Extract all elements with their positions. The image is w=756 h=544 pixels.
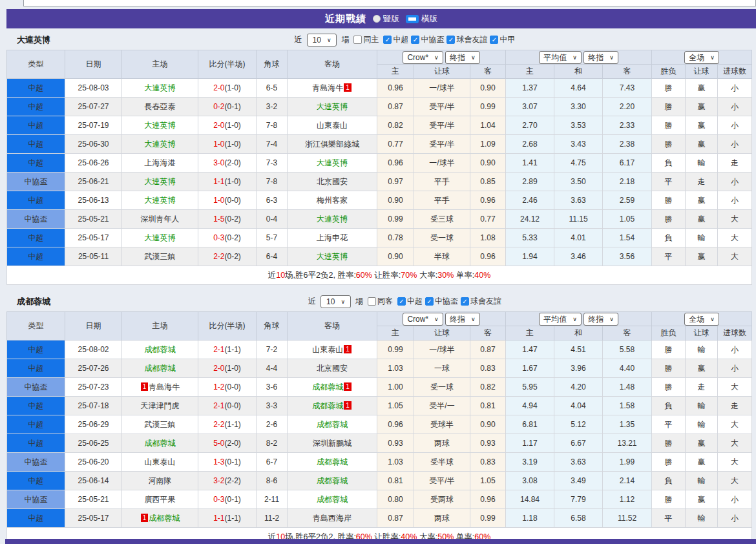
away-team-cell: 大連英博 <box>288 154 377 173</box>
date-cell: 25-08-03 <box>65 79 122 98</box>
result-winlose: 負 <box>652 229 686 247</box>
corner-cell: 6-4 <box>257 247 288 266</box>
handicap-line: 受平/半 <box>414 472 470 490</box>
date-cell: 25-07-23 <box>65 378 122 397</box>
league-checkbox[interactable]: 中超 <box>397 296 423 307</box>
fulltime-score: 2-0 <box>213 364 224 373</box>
corner-cell: 7-3 <box>257 154 288 173</box>
handicap-away-odds: 0.83 <box>470 453 506 472</box>
score-cell: 5-0(2-0) <box>198 434 257 453</box>
handicap-home-odds: 1.03 <box>377 453 414 472</box>
checkbox-icon <box>383 36 392 44</box>
titlebar: 近期戰績 豎版 橫版 <box>6 9 756 28</box>
result-scope-value: 全场 <box>689 52 704 63</box>
avg-home-odds: 5.33 <box>506 229 554 247</box>
top-partial-input[interactable] <box>23 0 756 6</box>
avg-away-odds: 2.59 <box>603 191 652 210</box>
avg-draw-odds: 3.46 <box>554 247 603 266</box>
score-cell: 0-3(0-2) <box>198 229 257 247</box>
handicap-away-odds: 1.05 <box>470 472 506 490</box>
league-cell: 中超 <box>7 116 65 135</box>
handicap-home-odds: 0.90 <box>377 191 414 210</box>
col-result-winlose: 胜负 <box>652 326 686 340</box>
col-europe-away: 客 <box>603 65 652 79</box>
venue-checkbox[interactable]: 同客 <box>368 296 393 307</box>
avg-away-odds: 2.33 <box>603 116 652 135</box>
league-checkbox[interactable]: 中甲 <box>490 34 515 45</box>
result-winlose: 平 <box>652 415 686 434</box>
col-score: 比分(半场) <box>198 50 257 79</box>
avg-home-odds: 2.89 <box>506 173 554 191</box>
home-team-cell: 廣西平果 <box>122 490 198 509</box>
handicap-stage-select[interactable]: 终指∨ <box>445 313 480 326</box>
result-scope-select[interactable]: 全场∨ <box>684 51 719 64</box>
date-cell: 25-07-26 <box>65 359 122 378</box>
league-checkbox[interactable]: 中協盃 <box>411 34 444 45</box>
avg-draw-odds: 6.58 <box>554 509 603 528</box>
view-option-horizontal[interactable]: 橫版 <box>406 14 437 25</box>
handicap-home-odds: 1.00 <box>377 378 414 397</box>
view-option-vertical[interactable]: 豎版 <box>373 14 399 25</box>
home-team-cell: 大連英博 <box>122 173 198 191</box>
record-table: 类型 日期 主场 比分(半场) 角球 客场 Crow*∨ 终指∨ 平均值∨ 终指… <box>6 311 752 544</box>
avg-draw-odds: 4.64 <box>554 79 603 98</box>
handicap-home-odds: 0.96 <box>377 154 414 173</box>
date-cell: 25-06-25 <box>65 434 122 453</box>
chevron-down-icon: ∨ <box>609 314 614 324</box>
avg-away-odds: 4.40 <box>603 359 652 378</box>
europe-company-select[interactable]: 平均值∨ <box>539 51 582 64</box>
league-cell: 中超 <box>7 247 65 266</box>
filters: 近 10∨ 場 同主 中超 中協盃 球會友誼 中甲 <box>149 34 661 47</box>
league-checkbox[interactable]: 球會友誼 <box>461 296 501 307</box>
league-checkbox[interactable]: 中協盃 <box>425 296 458 307</box>
handicap-stage-select[interactable]: 终指∨ <box>445 51 480 64</box>
handicap-home-odds: 0.80 <box>377 490 414 509</box>
handicap-company-select[interactable]: Crow*∨ <box>403 51 443 64</box>
avg-home-odds: 2.46 <box>506 191 554 210</box>
league-checkbox[interactable]: 中超 <box>383 34 408 45</box>
result-winlose: 勝 <box>652 340 686 359</box>
handicap-away-odds: 0.93 <box>470 434 506 453</box>
away-team-cell: 成都蓉城 <box>288 453 377 472</box>
result-scope-select[interactable]: 全场∨ <box>684 313 719 326</box>
handicap-line: 受半球 <box>414 453 470 472</box>
halftime-score: (1-0) <box>225 140 241 149</box>
league-label: 球會友誼 <box>456 34 487 45</box>
avg-away-odds: 3.56 <box>603 247 652 266</box>
halftime-score: (0-2) <box>225 233 241 242</box>
league-label: 中超 <box>393 34 408 45</box>
result-select-cell: 全场∨ <box>652 50 752 65</box>
europe-stage-value: 终指 <box>588 52 604 63</box>
result-handicap: 赢 <box>686 79 718 98</box>
result-goals: 小 <box>718 135 752 154</box>
result-winlose: 勝 <box>652 359 686 378</box>
handicap-select-cell: Crow*∨ 终指∨ <box>377 312 506 326</box>
handicap-company-select[interactable]: Crow*∨ <box>403 313 443 326</box>
avg-away-odds: 7.43 <box>603 79 652 98</box>
handicap-away-odds: 1.04 <box>470 116 506 135</box>
handicap-home-odds: 0.90 <box>377 247 414 266</box>
away-team-cell: 北京國安 <box>288 173 377 191</box>
europe-stage-select[interactable]: 终指∨ <box>583 313 618 326</box>
summary-text: 近10场,胜6平2负2, 胜率:60% 让胜率:70% 大率:30% 单率:40… <box>7 266 752 285</box>
rounds-select[interactable]: 10∨ <box>320 295 351 308</box>
chevron-down-icon: ∨ <box>471 314 476 324</box>
home-team-cell: 深圳青年人 <box>122 210 198 229</box>
home-team-cell: 大連英博 <box>122 116 198 135</box>
home-team-cell: 成都蓉城 <box>122 340 198 359</box>
away-team-cell: 成都蓉城1 <box>288 397 377 415</box>
away-team-cell: 成都蓉城 <box>288 415 377 434</box>
league-label: 中超 <box>407 296 423 307</box>
avg-away-odds: 2.20 <box>603 98 652 116</box>
league-cell: 中超 <box>7 79 65 98</box>
avg-draw-odds: 11.15 <box>554 210 603 229</box>
result-goals: 大 <box>718 434 752 453</box>
europe-stage-select[interactable]: 终指∨ <box>583 51 618 64</box>
europe-company-select[interactable]: 平均值∨ <box>539 313 582 326</box>
avg-away-odds: 1.99 <box>603 453 652 472</box>
venue-checkbox[interactable]: 同主 <box>353 34 379 45</box>
league-checkbox[interactable]: 球會友誼 <box>446 34 487 45</box>
fulltime-score: 1-3 <box>213 457 224 466</box>
rounds-select[interactable]: 10∨ <box>307 34 337 47</box>
halftime-score: (2-2) <box>225 476 241 485</box>
